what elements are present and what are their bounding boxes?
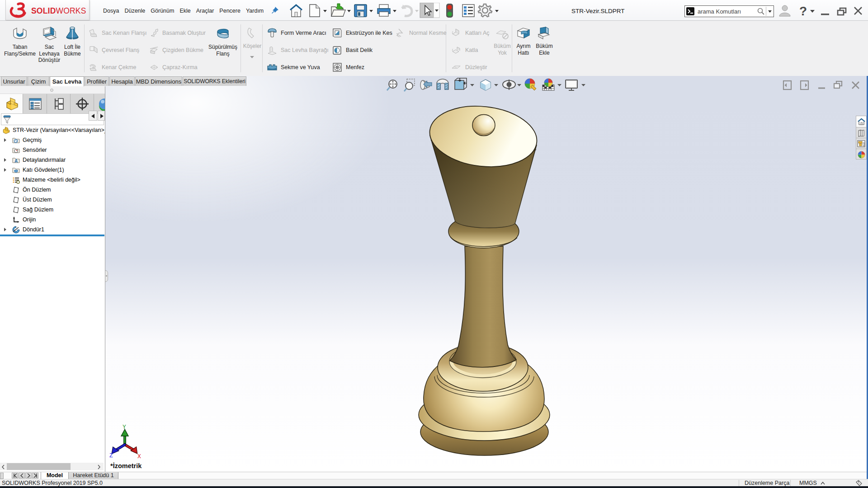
svg-text:?: ? — [799, 4, 807, 18]
svg-text:Z: Z — [109, 452, 113, 459]
svg-text:Y: Y — [123, 424, 126, 431]
svg-text:A: A — [14, 158, 18, 163]
svg-text:X: X — [137, 453, 141, 460]
